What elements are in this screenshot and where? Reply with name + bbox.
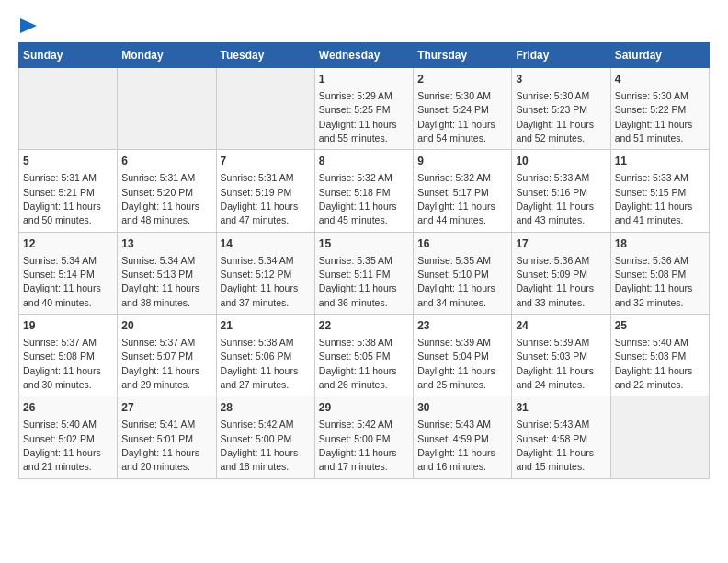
day-info: Sunrise: 5:42 AMSunset: 5:00 PMDaylight:…: [319, 419, 397, 472]
weekday-header: Monday: [118, 43, 216, 68]
day-info: Sunrise: 5:29 AMSunset: 5:25 PMDaylight:…: [319, 90, 397, 144]
day-info: Sunrise: 5:38 AMSunset: 5:06 PMDaylight:…: [221, 337, 299, 390]
day-info: Sunrise: 5:36 AMSunset: 5:08 PMDaylight:…: [615, 255, 693, 308]
day-number: 16: [417, 236, 507, 252]
day-number: 18: [615, 236, 705, 252]
day-info: Sunrise: 5:37 AMSunset: 5:08 PMDaylight:…: [23, 337, 101, 390]
calendar-day-cell: 24Sunrise: 5:39 AMSunset: 5:03 PMDayligh…: [512, 315, 610, 396]
day-number: 7: [221, 154, 311, 169]
calendar-day-cell: 12Sunrise: 5:34 AMSunset: 5:14 PMDayligh…: [19, 232, 118, 314]
day-number: 12: [23, 236, 113, 252]
day-info: Sunrise: 5:35 AMSunset: 5:10 PMDaylight:…: [417, 255, 495, 308]
day-info: Sunrise: 5:32 AMSunset: 5:18 PMDaylight:…: [319, 172, 397, 225]
day-number: 21: [221, 318, 311, 334]
day-number: 4: [615, 72, 705, 87]
day-info: Sunrise: 5:37 AMSunset: 5:07 PMDaylight:…: [121, 337, 199, 390]
weekday-header: Tuesday: [216, 43, 314, 68]
calendar-day-cell: 23Sunrise: 5:39 AMSunset: 5:04 PMDayligh…: [414, 315, 512, 396]
day-number: 25: [615, 318, 705, 334]
day-info: Sunrise: 5:43 AMSunset: 4:58 PMDaylight:…: [516, 419, 594, 472]
calendar-day-cell: 25Sunrise: 5:40 AMSunset: 5:03 PMDayligh…: [610, 315, 709, 396]
day-number: 14: [221, 236, 311, 252]
calendar-week-row: 12Sunrise: 5:34 AMSunset: 5:14 PMDayligh…: [19, 232, 710, 314]
calendar-day-cell: 2Sunrise: 5:30 AMSunset: 5:24 PMDaylight…: [414, 68, 512, 150]
day-number: 23: [417, 318, 507, 334]
day-info: Sunrise: 5:38 AMSunset: 5:05 PMDaylight:…: [319, 337, 397, 390]
day-number: 28: [221, 400, 311, 416]
calendar-day-cell: 30Sunrise: 5:43 AMSunset: 4:59 PMDayligh…: [414, 396, 512, 478]
day-info: Sunrise: 5:34 AMSunset: 5:13 PMDaylight:…: [121, 255, 199, 308]
day-number: 29: [319, 400, 409, 416]
day-info: Sunrise: 5:39 AMSunset: 5:04 PMDaylight:…: [417, 337, 495, 390]
calendar-day-cell: 11Sunrise: 5:33 AMSunset: 5:15 PMDayligh…: [610, 150, 709, 232]
day-info: Sunrise: 5:31 AMSunset: 5:19 PMDaylight:…: [221, 172, 299, 225]
calendar-day-cell: [216, 68, 314, 150]
logo-icon: [20, 18, 37, 33]
day-number: 24: [516, 318, 606, 334]
calendar-day-cell: 27Sunrise: 5:41 AMSunset: 5:01 PMDayligh…: [118, 396, 216, 478]
day-number: 31: [516, 400, 606, 416]
weekday-header: Saturday: [610, 43, 709, 68]
day-info: Sunrise: 5:32 AMSunset: 5:17 PMDaylight:…: [417, 172, 495, 225]
calendar-day-cell: 3Sunrise: 5:30 AMSunset: 5:23 PMDaylight…: [512, 68, 610, 150]
calendar-day-cell: 1Sunrise: 5:29 AMSunset: 5:25 PMDaylight…: [314, 68, 413, 150]
calendar-container: SundayMondayTuesdayWednesdayThursdayFrid…: [0, 0, 728, 488]
day-number: 19: [23, 318, 113, 334]
calendar-day-cell: 6Sunrise: 5:31 AMSunset: 5:20 PMDaylight…: [118, 150, 216, 232]
calendar-day-cell: 20Sunrise: 5:37 AMSunset: 5:07 PMDayligh…: [118, 315, 216, 396]
day-number: 27: [121, 400, 211, 416]
weekday-header: Thursday: [414, 43, 512, 68]
weekday-header: Wednesday: [314, 43, 413, 68]
day-number: 22: [319, 318, 409, 334]
day-number: 3: [516, 72, 606, 87]
calendar-day-cell: 28Sunrise: 5:42 AMSunset: 5:00 PMDayligh…: [216, 396, 314, 478]
calendar-day-cell: 22Sunrise: 5:38 AMSunset: 5:05 PMDayligh…: [314, 315, 413, 396]
day-info: Sunrise: 5:43 AMSunset: 4:59 PMDaylight:…: [417, 419, 495, 472]
calendar-day-cell: 16Sunrise: 5:35 AMSunset: 5:10 PMDayligh…: [414, 232, 512, 314]
day-info: Sunrise: 5:35 AMSunset: 5:11 PMDaylight:…: [319, 255, 397, 308]
calendar-day-cell: 19Sunrise: 5:37 AMSunset: 5:08 PMDayligh…: [19, 315, 118, 396]
day-info: Sunrise: 5:40 AMSunset: 5:03 PMDaylight:…: [615, 337, 693, 390]
calendar-week-row: 19Sunrise: 5:37 AMSunset: 5:08 PMDayligh…: [19, 315, 710, 396]
calendar-table: SundayMondayTuesdayWednesdayThursdayFrid…: [18, 42, 710, 479]
calendar-day-cell: 29Sunrise: 5:42 AMSunset: 5:00 PMDayligh…: [314, 396, 413, 478]
logo: [18, 18, 37, 33]
calendar-day-cell: 31Sunrise: 5:43 AMSunset: 4:58 PMDayligh…: [512, 396, 610, 478]
weekday-header: Friday: [512, 43, 610, 68]
calendar-week-row: 26Sunrise: 5:40 AMSunset: 5:02 PMDayligh…: [19, 396, 710, 478]
calendar-week-row: 1Sunrise: 5:29 AMSunset: 5:25 PMDaylight…: [19, 68, 710, 150]
calendar-week-row: 5Sunrise: 5:31 AMSunset: 5:21 PMDaylight…: [19, 150, 710, 232]
calendar-day-cell: 8Sunrise: 5:32 AMSunset: 5:18 PMDaylight…: [314, 150, 413, 232]
day-number: 5: [23, 154, 113, 169]
day-number: 30: [417, 400, 507, 416]
day-number: 9: [417, 154, 507, 169]
svg-marker-0: [20, 18, 37, 33]
day-number: 15: [319, 236, 409, 252]
day-info: Sunrise: 5:34 AMSunset: 5:12 PMDaylight:…: [221, 255, 299, 308]
calendar-day-cell: [19, 68, 118, 150]
day-info: Sunrise: 5:33 AMSunset: 5:16 PMDaylight:…: [516, 172, 594, 225]
day-number: 8: [319, 154, 409, 169]
weekday-header: Sunday: [19, 43, 118, 68]
calendar-day-cell: 10Sunrise: 5:33 AMSunset: 5:16 PMDayligh…: [512, 150, 610, 232]
day-info: Sunrise: 5:34 AMSunset: 5:14 PMDaylight:…: [23, 255, 101, 308]
day-info: Sunrise: 5:31 AMSunset: 5:21 PMDaylight:…: [23, 172, 101, 225]
day-info: Sunrise: 5:39 AMSunset: 5:03 PMDaylight:…: [516, 337, 594, 390]
day-info: Sunrise: 5:40 AMSunset: 5:02 PMDaylight:…: [23, 419, 101, 472]
day-info: Sunrise: 5:30 AMSunset: 5:22 PMDaylight:…: [615, 90, 693, 144]
calendar-day-cell: 14Sunrise: 5:34 AMSunset: 5:12 PMDayligh…: [216, 232, 314, 314]
day-number: 17: [516, 236, 606, 252]
day-info: Sunrise: 5:33 AMSunset: 5:15 PMDaylight:…: [615, 172, 693, 225]
day-number: 2: [417, 72, 507, 87]
calendar-day-cell: [118, 68, 216, 150]
calendar-day-cell: 4Sunrise: 5:30 AMSunset: 5:22 PMDaylight…: [610, 68, 709, 150]
day-info: Sunrise: 5:31 AMSunset: 5:20 PMDaylight:…: [121, 172, 199, 225]
calendar-day-cell: [610, 396, 709, 478]
header: [18, 18, 710, 33]
day-number: 26: [23, 400, 113, 416]
day-number: 20: [121, 318, 211, 334]
day-info: Sunrise: 5:30 AMSunset: 5:24 PMDaylight:…: [417, 90, 495, 144]
weekday-header-row: SundayMondayTuesdayWednesdayThursdayFrid…: [19, 43, 710, 68]
day-info: Sunrise: 5:41 AMSunset: 5:01 PMDaylight:…: [121, 419, 199, 472]
calendar-day-cell: 17Sunrise: 5:36 AMSunset: 5:09 PMDayligh…: [512, 232, 610, 314]
